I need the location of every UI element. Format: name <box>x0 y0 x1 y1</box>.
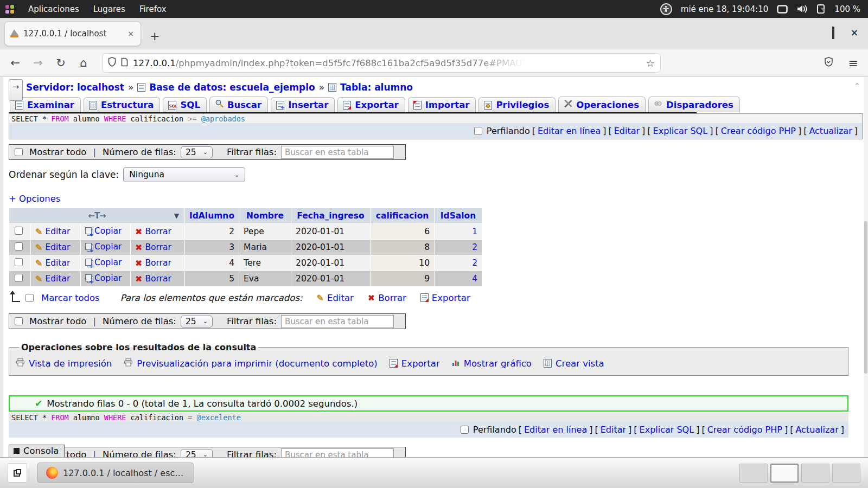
power-status-icon[interactable] <box>816 4 826 14</box>
show-all-checkbox[interactable] <box>15 148 23 156</box>
idsalon-link[interactable]: 1 <box>472 227 477 236</box>
inline-edit-link[interactable]: Editar en línea <box>538 126 601 136</box>
sort-key-select[interactable]: Ninguna⌄ <box>123 167 245 182</box>
print-preview-link[interactable]: Previsualización para imprimir (document… <box>124 358 378 369</box>
page-info-icon[interactable] <box>121 57 128 69</box>
delete-row-link[interactable]: ✖Borrar <box>135 242 171 253</box>
forward-button[interactable]: → <box>29 56 47 69</box>
breadcrumb-database-link[interactable]: Base de datos: escuela_ejemplo <box>149 82 315 93</box>
tab-close-icon[interactable]: × <box>126 29 135 38</box>
menu-firefox[interactable]: Firefox <box>139 4 167 14</box>
column-header-idsalon[interactable]: IdSalon <box>435 208 482 224</box>
page-scrollbar[interactable] <box>864 77 868 457</box>
row-checkbox[interactable] <box>15 274 23 282</box>
row-checkbox[interactable] <box>15 258 23 266</box>
accessibility-icon[interactable] <box>660 3 672 15</box>
show-desktop-button[interactable] <box>8 463 27 483</box>
edit-row-link[interactable]: ✎Editar <box>35 258 70 268</box>
tab-exportar[interactable]: Exportar <box>337 97 405 112</box>
menu-lugares[interactable]: Lugares <box>93 4 125 14</box>
workspace-3[interactable] <box>801 464 829 483</box>
taskbar-window-button[interactable]: 127.0.0.1 / localhost / escuela_ejem… <box>37 463 194 483</box>
volume-icon[interactable] <box>796 4 808 14</box>
profiling-checkbox[interactable] <box>474 127 482 135</box>
edit-link[interactable]: Editar <box>601 425 626 435</box>
actions-dropdown-icon[interactable]: ▼ <box>174 212 179 220</box>
row-checkbox[interactable] <box>15 227 23 235</box>
selected-edit-link[interactable]: ✎Editar <box>317 293 354 303</box>
breadcrumb-table-link[interactable]: Tabla: alumno <box>340 82 413 93</box>
display-icon[interactable] <box>777 5 788 14</box>
idsalon-link[interactable]: 2 <box>472 258 477 268</box>
refresh-link[interactable]: Actualizar <box>795 425 838 435</box>
scrollbar-thumb[interactable] <box>864 221 867 373</box>
export-results-link[interactable]: Exportar <box>390 358 440 369</box>
window-maximize-button[interactable] <box>832 28 834 38</box>
scroll-top-icon[interactable]: ⌃ <box>853 81 860 91</box>
edit-row-link[interactable]: ✎Editar <box>35 227 70 237</box>
column-header-fecha[interactable]: Fecha_ingreso <box>291 208 371 224</box>
edit-row-link[interactable]: ✎Editar <box>35 242 70 253</box>
breadcrumb-server-link[interactable]: Servidor: localhost <box>26 82 124 93</box>
options-toggle-link[interactable]: + Opciones <box>9 194 61 204</box>
copy-row-link[interactable]: Copiar <box>85 258 122 267</box>
filter-rows-input[interactable] <box>281 146 394 159</box>
app-menu-icon[interactable]: ≡ <box>848 56 858 70</box>
back-button[interactable]: ← <box>7 56 24 69</box>
num-rows-select[interactable]: 25⌄ <box>181 449 213 458</box>
check-all-checkbox[interactable] <box>25 294 34 302</box>
show-navigation-panel-button[interactable]: → <box>9 79 23 101</box>
explain-sql-link[interactable]: Explicar SQL <box>640 425 694 435</box>
tab-sql[interactable]: SQLSQL <box>163 97 206 112</box>
edit-link[interactable]: Editar <box>614 126 640 136</box>
selected-export-link[interactable]: Exportar <box>420 293 470 303</box>
copy-row-link[interactable]: Copiar <box>85 242 122 252</box>
copy-row-link[interactable]: Copiar <box>85 226 122 236</box>
tab-operaciones[interactable]: Operaciones <box>558 97 646 112</box>
tab-privilegios[interactable]: Privilegios <box>478 97 556 112</box>
workspace-4[interactable] <box>832 464 860 483</box>
console-toggle[interactable]: Consola <box>9 445 65 457</box>
print-view-link[interactable]: Vista de impresión <box>16 358 112 369</box>
browser-tab[interactable]: 127.0.0.1 / localhost × <box>4 21 141 46</box>
column-header-nombre[interactable]: Nombre <box>239 208 291 224</box>
inline-edit-link[interactable]: Editar en línea <box>524 425 587 435</box>
row-checkbox[interactable] <box>15 242 23 251</box>
clock[interactable]: mié ene 18, 19:04:10 <box>681 4 769 14</box>
window-close-button[interactable]: × <box>851 28 858 37</box>
check-all-link[interactable]: Marcar todos <box>41 293 100 303</box>
bookmark-star-icon[interactable]: ☆ <box>646 57 655 69</box>
tab-estructura[interactable]: Estructura <box>84 97 161 112</box>
edit-row-link[interactable]: ✎Editar <box>35 274 70 284</box>
new-tab-button[interactable]: + <box>150 30 159 42</box>
num-rows-select[interactable]: 25⌄ <box>181 316 213 328</box>
protections-icon[interactable] <box>824 57 833 69</box>
filter-rows-input[interactable] <box>281 448 394 458</box>
profiling-checkbox[interactable] <box>461 426 469 434</box>
delete-row-link[interactable]: ✖Borrar <box>135 227 171 237</box>
tab-importar[interactable]: Importar <box>408 97 476 112</box>
num-rows-select[interactable]: 25⌄ <box>181 146 213 158</box>
show-all-checkbox[interactable] <box>15 317 23 325</box>
tab-insertar[interactable]: +Insertar <box>271 97 335 112</box>
delete-row-link[interactable]: ✖Borrar <box>135 258 171 268</box>
delete-row-link[interactable]: ✖Borrar <box>135 274 171 284</box>
idsalon-link[interactable]: 2 <box>472 242 477 252</box>
workspace-2-active[interactable] <box>770 464 799 483</box>
filter-rows-input[interactable] <box>281 315 394 328</box>
copy-row-link[interactable]: Copiar <box>85 273 122 283</box>
idsalon-link[interactable]: 4 <box>472 274 477 284</box>
menu-aplicaciones[interactable]: Aplicaciones <box>28 4 79 14</box>
tab-disparadores[interactable]: Disparadores <box>648 97 740 112</box>
explain-sql-link[interactable]: Explicar SQL <box>653 126 708 136</box>
create-view-link[interactable]: Crear vista <box>544 358 604 369</box>
create-php-link[interactable]: Crear código PHP <box>721 126 796 136</box>
tab-buscar[interactable]: Buscar <box>209 97 268 112</box>
column-header-idalumno[interactable]: IdAlumno <box>185 208 239 224</box>
column-header-calificacion[interactable]: calificacion <box>371 208 435 224</box>
workspace-1[interactable] <box>739 464 768 483</box>
show-chart-link[interactable]: Mostrar gráfico <box>452 358 532 369</box>
refresh-link[interactable]: Actualizar <box>809 126 852 136</box>
home-button[interactable]: ⌂ <box>75 56 92 69</box>
selected-delete-link[interactable]: ✖Borrar <box>368 293 406 303</box>
